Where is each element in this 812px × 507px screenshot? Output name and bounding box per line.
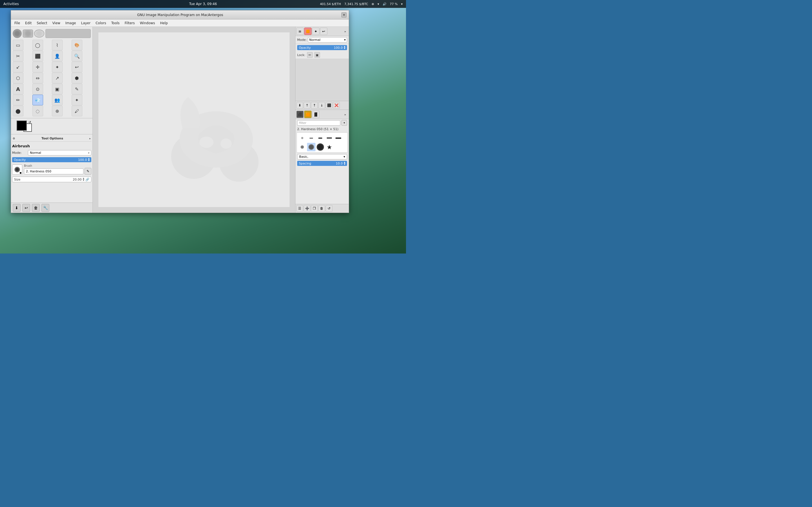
shear-tool[interactable]: ↩ [71,62,82,72]
close-button[interactable]: × [342,12,347,17]
spacing-slider[interactable]: Spacing 10.0 ▲ ▼ [297,161,347,166]
menu-windows[interactable]: Windows [138,20,157,26]
dodge-burn-tool[interactable]: ⊕ [52,106,63,116]
menu-filters[interactable]: Filters [122,20,137,26]
brush-item-small-circle[interactable] [298,143,306,151]
bottom-toolbar: ⬇ ↩ 🗑 🔧 [11,203,93,213]
brush-item-line[interactable] [316,134,324,142]
perspective-tool[interactable]: ↗ [52,73,63,83]
rect-select-tool[interactable]: ▭ [13,40,23,50]
brush-category-select[interactable]: Basic, ▾ [297,154,347,159]
menu-select[interactable]: Select [35,20,49,26]
warp-tool[interactable]: ⬡ [13,73,23,83]
brush-script-icon[interactable]: ☰ [296,205,303,212]
eraser-tool[interactable]: 🖊 [71,106,82,116]
opacity-slider[interactable]: Opacity 100.0 ▲ ▼ [12,157,91,162]
ink-tool[interactable]: 👥 [52,95,63,105]
color-by-color-tool[interactable]: 🎨 [71,40,82,50]
brush-item-tiny[interactable] [298,134,306,142]
undo-tab[interactable]: ↩ [320,27,327,35]
brush-small-dot [20,172,21,174]
channels-tab[interactable]: 🟧 [304,27,312,35]
tool-delete-button[interactable]: 🗑 [32,204,40,212]
layer-new-from-visible[interactable]: ⬇ [296,102,303,109]
free-select-tool[interactable]: ⌇ [52,40,63,50]
layer-delete[interactable]: ❌ [333,102,340,109]
brush-edit-button[interactable]: ✎ [85,168,91,175]
menu-image[interactable]: Image [63,20,79,26]
spacing-down[interactable]: ▼ [344,163,345,165]
size-down-spinner[interactable]: ▼ [83,179,84,181]
transform-tool[interactable]: 👤 [52,51,63,61]
brush-filter-input[interactable]: filter [297,120,340,126]
bucket-fill-tool[interactable]: ⬤ [13,106,23,116]
text-tool[interactable]: A [13,83,23,94]
activities-button[interactable]: Activities [3,2,19,6]
brush-item-wide[interactable] [325,134,334,142]
move-tool[interactable]: ✛ [33,62,43,72]
tool-settings-button[interactable]: 🔧 [42,204,49,212]
panel-collapse-icon[interactable]: ▸ [89,137,91,140]
lock-row: Lock: ✏ ▣ [296,51,349,59]
layers-tab[interactable]: ≡ [296,27,304,35]
size-link-icon[interactable]: 🔗 [86,178,89,181]
panel-collapse-btn[interactable]: ▸ [343,29,348,34]
blend-tool[interactable]: ◌ [33,106,43,116]
path-tool[interactable]: ↙ [13,62,23,72]
opacity-down[interactable]: ▼ [344,48,345,50]
layer-mode-select[interactable]: Normal ▾ [308,37,347,43]
brush-duplicate-button[interactable]: ❐ [311,205,318,212]
rotate-tool[interactable]: ✦ [52,62,63,72]
menu-tools[interactable]: Tools [109,20,122,26]
paths-tab[interactable]: ✦ [312,27,319,35]
cage-tool[interactable]: ⬢ [71,73,82,83]
menu-file[interactable]: File [12,20,22,26]
layer-move-down[interactable]: ↓ [318,102,325,109]
brush-type-pattern[interactable]: 🟧 [304,111,312,118]
opacity-down-arrow[interactable]: ▼ [88,160,90,162]
brush-item-star[interactable]: ★ [325,143,334,151]
eth-price: 401.54 $/ETH [320,2,341,6]
crop-tool[interactable]: ⬛ [33,51,43,61]
heal-tool[interactable]: ⊙ [33,83,43,94]
brush-item-large[interactable] [316,143,324,151]
menu-colors[interactable]: Colors [93,20,109,26]
tool-save-button[interactable]: ↩ [22,204,30,212]
foreground-color[interactable] [17,121,27,131]
mypaint-brush-tool[interactable]: ✦ [71,95,82,105]
menu-edit[interactable]: Edit [23,20,34,26]
brush-type-solid[interactable]: ⬛ [296,111,304,118]
lock-paint-icon[interactable]: ✏ [307,52,313,58]
menu-layer[interactable]: Layer [79,20,93,26]
fuzzy-select-tool[interactable]: ✂ [13,51,23,61]
size-row[interactable]: Size 20.00 ▲ ▼ 🔗 [12,177,91,182]
pencil-tool[interactable]: ✎ [71,83,82,94]
paintbrush-tool[interactable]: ✏ [13,95,23,105]
tool-restore-button[interactable]: ⬇ [13,204,20,212]
mode-dropdown[interactable]: Normal ▾ [28,150,91,156]
lock-position-icon[interactable]: ▣ [314,52,320,58]
layer-opacity-slider[interactable]: Opacity 100.0 ▲ ▼ [297,45,347,50]
brush-item-medium[interactable] [307,143,315,151]
brush-type-gradient[interactable]: ▓ [312,111,319,118]
clone-tool[interactable]: ▣ [52,83,63,94]
brush-delete-button[interactable]: 🗑 [318,205,325,212]
brush-add-button[interactable]: ➕ [304,205,310,212]
airbrush-tool[interactable]: 💨 [33,95,43,105]
align-tool[interactable]: 🔍 [71,51,82,61]
flip-tool[interactable]: ⇔ [33,73,43,83]
ellipse-select-tool[interactable]: ◯ [33,40,43,50]
menu-view[interactable]: View [50,20,62,26]
layer-move-up[interactable]: ↑ [311,102,318,109]
brush-item-pixel[interactable] [307,134,315,142]
brush-item-wide2[interactable] [334,134,343,142]
brushes-collapse-btn[interactable]: ▸ [343,112,348,117]
menu-help[interactable]: Help [158,20,170,26]
brush-filter-dropdown[interactable]: ▾ [342,120,347,126]
layer-new[interactable]: ⬛ [326,102,333,109]
brush-refresh-button[interactable]: ↺ [326,205,333,212]
avatar-row [12,28,91,39]
brush-name-field[interactable]: 2. Hardness 050 [24,168,84,174]
canvas-area[interactable] [93,27,295,213]
layer-anchor[interactable]: ↑ [304,102,310,109]
